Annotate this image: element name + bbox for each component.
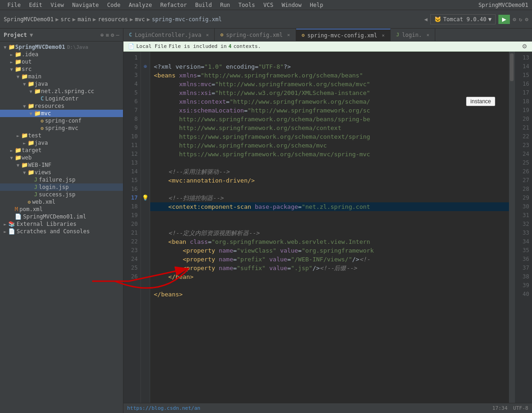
tab-login[interactable]: J login. ✕	[391, 29, 435, 41]
breadcrumb-main[interactable]: main	[78, 16, 91, 23]
tree-label-login: login.jsp	[39, 184, 69, 190]
gear-icon[interactable]: ⚙	[111, 32, 114, 38]
tree-item-testjava[interactable]: ► 📁 java	[0, 139, 123, 147]
tab-icon-login: J	[396, 32, 399, 38]
tree-item-pom[interactable]: M pom.xml	[0, 206, 123, 213]
tree-arrow-target: ►	[8, 148, 15, 153]
file-info-settings-button[interactable]: ⚙	[522, 43, 527, 50]
debug-icon[interactable]: ⚙	[513, 16, 516, 23]
code-content[interactable]: <?xml version="1.0" encoding="UTF-8"?> <…	[150, 52, 509, 403]
breadcrumb-project[interactable]: SpringMVCDemo01	[4, 16, 53, 23]
tree-item-springmvc[interactable]: ⚙ spring-mvc	[0, 124, 123, 132]
breadcrumb-resources[interactable]: resources	[98, 16, 128, 23]
tree-item-resources[interactable]: ▼ 📁 resources	[0, 102, 123, 110]
tomcat-label: Tomcat 9.0.40	[443, 16, 486, 23]
menu-item-window[interactable]: Window	[278, 1, 305, 9]
menu-item-help[interactable]: Help	[306, 1, 327, 9]
tree-label-mvc: mvc	[41, 110, 51, 117]
tree-arrow-web: ▼	[8, 155, 15, 160]
tree-item-login[interactable]: J login.jsp	[0, 183, 123, 191]
close-tab-sc[interactable]: ✕	[287, 32, 290, 37]
tree-item-target[interactable]: ► 📁 target	[0, 147, 123, 154]
tree-arrow: ▼	[2, 45, 8, 50]
tab-logincontroller[interactable]: C LoginController.java ✕	[123, 29, 215, 41]
tree-item-test[interactable]: ► 📁 test	[0, 132, 123, 139]
status-bar: https://blog.csdn.net/an 17:34 UTF-8	[123, 403, 532, 413]
tree-item-webxml[interactable]: ⚙ web.xml	[0, 198, 123, 206]
tree-item-java[interactable]: ▼ 📁 java	[0, 80, 123, 88]
close-tab-lc[interactable]: ✕	[206, 32, 209, 37]
tree-item-scratches[interactable]: ► 📄 Scratches and Consoles	[0, 228, 123, 235]
app-title: SpringMVCDemo01	[479, 2, 528, 8]
menu-item-vcs[interactable]: VCS	[260, 1, 277, 9]
file-info-prefix: Local File	[136, 43, 167, 49]
menu-item-edit[interactable]: Edit	[25, 1, 46, 9]
tab-springmvcconfig[interactable]: ⚙ spring-mvc-config.xml ✕	[296, 29, 391, 41]
tomcat-selector[interactable]: 🐱 Tomcat 9.0.40 ▼	[430, 14, 496, 24]
breadcrumb-mvc[interactable]: mvc	[135, 16, 145, 23]
tree-arrow-main: ▼	[15, 74, 21, 79]
breadcrumb-src[interactable]: src	[61, 16, 71, 23]
collapse-icon[interactable]: ≡	[105, 32, 109, 38]
update-icon[interactable]: ↻	[519, 16, 522, 23]
tree-item-iml[interactable]: 📄 SpringMVCDemo01.iml	[0, 213, 123, 220]
tree-label-webinf: WEB-INF	[28, 162, 52, 168]
menu-item-view[interactable]: View	[47, 1, 68, 9]
tree-item-failure[interactable]: J failure.jsp	[0, 176, 123, 183]
breadcrumb-file[interactable]: spring-mvc-config.xml	[152, 16, 222, 23]
tree-item-success[interactable]: J success.jsp	[0, 191, 123, 198]
jsp-icon-fail: J	[34, 177, 37, 183]
menu-item-file[interactable]: File	[4, 1, 24, 9]
java-class-icon: C	[41, 95, 44, 102]
locate-icon[interactable]: ⊕	[100, 32, 104, 38]
editor-scrollbar[interactable]	[509, 52, 514, 403]
maven-icon-pom: M	[15, 206, 18, 212]
tree-item-out[interactable]: ► 📁 out	[0, 58, 123, 65]
tree-item-src[interactable]: ▼ 📁 src	[0, 65, 123, 73]
tree-item-extlib[interactable]: ► 📚 External Libraries	[0, 220, 123, 228]
tree-item-web[interactable]: ▼ 📁 web	[0, 154, 123, 161]
back-icon[interactable]: ◀	[424, 16, 427, 23]
tree-item-idea[interactable]: ► 📁 .idea	[0, 51, 123, 58]
menu-bar: File Edit View Navigate Code Analyze Ref…	[0, 0, 532, 10]
folder-icon-out: 📁	[15, 59, 22, 65]
settings-icon[interactable]: ⚙	[525, 16, 528, 23]
tree-item-springconf[interactable]: ⚙ spring-conf	[0, 117, 123, 124]
tree-item-main[interactable]: ▼ 📁 main	[0, 73, 123, 80]
tree-item-mvc[interactable]: ▼ 📁 mvc	[0, 110, 123, 117]
tree-arrow-views: ▼	[21, 170, 28, 175]
tree-item-webinf[interactable]: ▼ 📁 WEB-INF	[0, 161, 123, 169]
file-info-count[interactable]: 4	[228, 43, 232, 49]
minus-icon[interactable]: —	[116, 32, 119, 38]
menu-item-navigate[interactable]: Navigate	[69, 1, 103, 9]
project-name: SpringMVCDemo01	[15, 44, 65, 50]
sidebar-tree: ▼ 📁 SpringMVCDemo01 D:\Java ► 📁 .idea ► …	[0, 41, 123, 413]
run-button[interactable]: ▶	[498, 15, 510, 24]
tab-bar: C LoginController.java ✕ ⚙ spring-config…	[123, 29, 532, 41]
folder-icon-main: 📁	[21, 73, 28, 80]
menu-item-run[interactable]: Run	[216, 1, 234, 9]
tree-item-package[interactable]: ▼ 📁 net.zl.spring.cc	[0, 88, 123, 95]
tab-springconfig[interactable]: ⚙ spring-config.xml ✕	[215, 29, 296, 41]
menu-item-refactor[interactable]: Refactor	[157, 1, 191, 9]
tree-item-logincontroller[interactable]: C LoginContr	[0, 95, 123, 102]
dropdown-icon[interactable]: ▼	[30, 32, 33, 38]
xml-icon-webxml: ⚙	[28, 199, 31, 205]
xml-icon-sc: ⚙	[41, 118, 44, 124]
tab-label-smvc: spring-mvc-config.xml	[307, 32, 377, 39]
file-info-text: File is included in	[169, 43, 227, 49]
tree-arrow-res: ▼	[21, 104, 28, 109]
tree-item-views[interactable]: ▼ 📁 views	[0, 169, 123, 176]
editor-area: C LoginController.java ✕ ⚙ spring-config…	[123, 29, 532, 413]
tree-arrow-idea: ►	[8, 52, 15, 57]
tree-item-root[interactable]: ▼ 📁 SpringMVCDemo01 D:\Java	[0, 43, 123, 51]
tree-label-res: resources	[35, 103, 64, 109]
iml-icon: 📄	[15, 213, 22, 220]
menu-item-analyze[interactable]: Analyze	[125, 1, 156, 9]
close-tab-login[interactable]: ✕	[427, 32, 429, 37]
menu-item-tools[interactable]: Tools	[235, 1, 259, 9]
menu-item-code[interactable]: Code	[104, 1, 124, 9]
menu-item-build[interactable]: Build	[192, 1, 216, 9]
tree-label-views: views	[35, 169, 51, 176]
close-tab-smvc[interactable]: ✕	[382, 33, 385, 38]
